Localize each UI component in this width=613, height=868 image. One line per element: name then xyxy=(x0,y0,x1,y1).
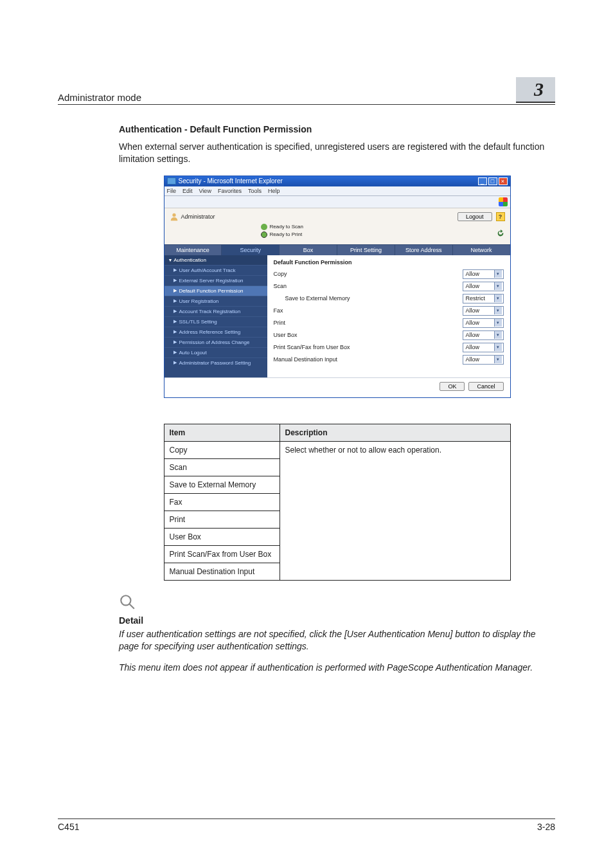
form-label: User Box xyxy=(274,332,463,338)
chevron-down-icon: ▾ xyxy=(494,319,502,327)
scan-status: Ready to Scan xyxy=(270,224,303,230)
table-item-cell: Print xyxy=(164,511,280,528)
table-item-cell: Scan xyxy=(164,458,280,476)
form-row: Manual Destination InputAllow▾ xyxy=(274,354,504,366)
tab-store-address[interactable]: Store Address xyxy=(395,245,453,255)
note-paragraph-2: This menu item does not appear if authen… xyxy=(119,662,555,674)
permission-select[interactable]: Allow▾ xyxy=(463,343,504,352)
sidebar-item-address-reference[interactable]: ▶Address Reference Setting xyxy=(164,327,267,337)
cancel-button[interactable]: Cancel xyxy=(468,382,503,391)
select-value: Allow xyxy=(466,307,480,314)
maximize-button[interactable]: □ xyxy=(488,177,497,185)
select-value: Allow xyxy=(466,283,480,289)
tab-network[interactable]: Network xyxy=(453,245,510,255)
ie-icon xyxy=(167,177,176,185)
note-paragraph-1: If user authentication settings are not … xyxy=(119,628,555,653)
note-heading: Detail xyxy=(119,615,555,626)
form-row: ScanAllow▾ xyxy=(274,280,504,293)
tab-box[interactable]: Box xyxy=(280,245,337,255)
administrator-icon xyxy=(170,212,179,221)
tab-bar: Maintenance Security Box Print Setting S… xyxy=(164,244,510,255)
sidebar-item-ssl-tls[interactable]: ▶SSL/TLS Setting xyxy=(164,316,267,327)
form-row: User BoxAllow▾ xyxy=(274,329,504,341)
table-desc-cell: Select whether or not to allow each oper… xyxy=(280,441,510,580)
table-item-cell: Manual Destination Input xyxy=(164,563,280,580)
select-value: Allow xyxy=(466,356,480,363)
form-row: Save to External MemoryRestrict▾ xyxy=(274,293,504,305)
permission-select[interactable]: Restrict▾ xyxy=(463,294,504,303)
sidebar-item-external-server[interactable]: ▶External Server Registration xyxy=(164,275,267,285)
svg-line-2 xyxy=(129,604,134,609)
scan-status-icon xyxy=(261,224,267,230)
form-label: Save to External Memory xyxy=(274,295,463,302)
select-value: Restrict xyxy=(466,295,486,302)
sidebar-item-user-auth[interactable]: ▶User Auth/Account Track xyxy=(164,265,267,275)
chevron-down-icon: ▾ xyxy=(494,270,502,278)
minimize-button[interactable]: _ xyxy=(478,177,487,185)
form-row: CopyAllow▾ xyxy=(274,268,504,280)
permission-select[interactable]: Allow▾ xyxy=(463,269,504,279)
sidebar-item-user-registration[interactable]: ▶User Registration xyxy=(164,296,267,306)
page-header-title: Administrator mode xyxy=(58,92,141,103)
chevron-down-icon: ▾ xyxy=(494,282,502,290)
sidebar-header[interactable]: ▼ Authentication xyxy=(164,255,267,265)
description-table: Item Description CopySelect whether or n… xyxy=(164,424,511,581)
sidebar-item-auto-logout[interactable]: ▶Auto Logout xyxy=(164,347,267,357)
table-item-cell: Fax xyxy=(164,493,280,511)
chapter-number: 3 xyxy=(516,77,555,103)
form-row: PrintAllow▾ xyxy=(274,317,504,329)
section-intro: When external server authentication is s… xyxy=(119,141,555,165)
select-value: Allow xyxy=(466,320,480,326)
chevron-down-icon: ▾ xyxy=(494,331,502,339)
permission-select[interactable]: Allow▾ xyxy=(463,318,504,328)
sidebar-item-permission-address[interactable]: ▶Permission of Address Change xyxy=(164,337,267,347)
form-label: Scan xyxy=(274,283,463,289)
permission-select[interactable]: Allow▾ xyxy=(463,306,504,316)
form-row: FaxAllow▾ xyxy=(274,305,504,317)
permission-select[interactable]: Allow▾ xyxy=(463,282,504,291)
table-head-item: Item xyxy=(164,424,280,441)
permission-select[interactable]: Allow▾ xyxy=(463,355,504,365)
sidebar-item-default-function[interactable]: ▶Default Function Permission xyxy=(164,285,267,296)
form-label: Print xyxy=(274,320,463,326)
windows-flag-icon xyxy=(499,197,508,206)
select-value: Allow xyxy=(466,271,480,277)
tab-print-setting[interactable]: Print Setting xyxy=(337,245,395,255)
svg-point-0 xyxy=(172,213,175,217)
close-button[interactable]: × xyxy=(499,177,508,185)
main-panel: Default Function Permission CopyAllow▾Sc… xyxy=(267,255,510,377)
table-item-cell: Save to External Memory xyxy=(164,476,280,493)
select-value: Allow xyxy=(466,344,480,350)
sidebar-item-account-track[interactable]: ▶Account Track Registration xyxy=(164,306,267,316)
menu-file[interactable]: File xyxy=(167,188,177,194)
footer-right: 3-28 xyxy=(537,822,555,832)
tab-maintenance[interactable]: Maintenance xyxy=(164,245,222,255)
section-heading: Authentication - Default Function Permis… xyxy=(119,124,555,134)
form-label: Copy xyxy=(274,271,463,277)
chevron-down-icon: ▾ xyxy=(494,343,502,351)
print-status: Ready to Print xyxy=(270,231,303,237)
select-value: Allow xyxy=(466,332,480,338)
refresh-icon[interactable] xyxy=(496,229,505,238)
panel-title: Default Function Permission xyxy=(274,259,504,266)
ok-button[interactable]: OK xyxy=(440,382,465,391)
chevron-down-icon: ▾ xyxy=(494,356,502,363)
administrator-label: Administrator xyxy=(181,213,215,220)
form-label: Print Scan/Fax from User Box xyxy=(274,344,463,350)
menu-favorites[interactable]: Favorites xyxy=(218,188,242,194)
table-item-cell: Print Scan/Fax from User Box xyxy=(164,545,280,563)
sidebar-item-admin-password[interactable]: ▶Administrator Password Setting xyxy=(164,357,267,368)
table-item-cell: Copy xyxy=(164,441,280,458)
table-item-cell: User Box xyxy=(164,528,280,545)
menu-edit[interactable]: Edit xyxy=(182,188,193,194)
tab-security[interactable]: Security xyxy=(222,245,280,255)
logout-button[interactable]: Logout xyxy=(458,212,492,221)
menu-help[interactable]: Help xyxy=(268,188,280,194)
permission-select[interactable]: Allow▾ xyxy=(463,330,504,340)
form-label: Manual Destination Input xyxy=(274,356,463,363)
chevron-down-icon: ▾ xyxy=(494,307,502,314)
chevron-down-icon: ▾ xyxy=(494,294,502,302)
menu-view[interactable]: View xyxy=(199,188,211,194)
menu-tools[interactable]: Tools xyxy=(248,188,262,194)
help-icon[interactable]: ? xyxy=(496,212,505,221)
